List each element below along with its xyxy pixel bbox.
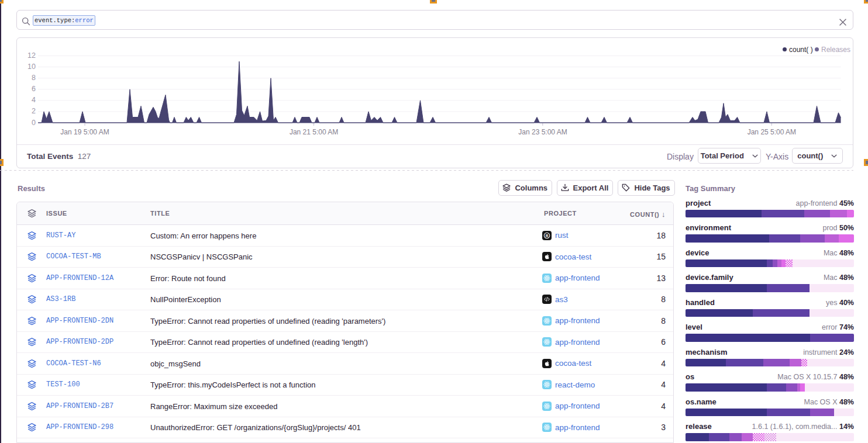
svg-text:R: R	[546, 233, 549, 237]
